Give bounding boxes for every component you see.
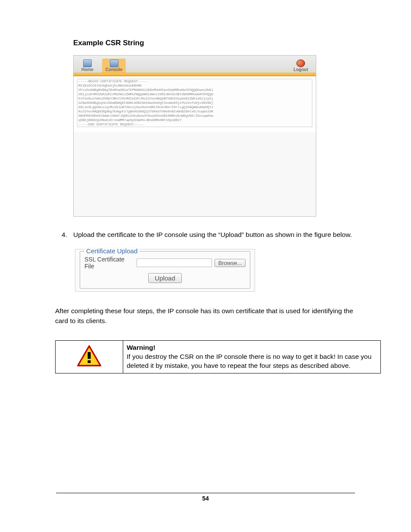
page: Example CSR String Home Console Logout <box>0 0 411 532</box>
svg-rect-2 <box>88 360 91 363</box>
warning-icon <box>77 345 101 367</box>
warning-text-cell: Warning! If you destroy the CSR on the I… <box>123 341 381 373</box>
tab-bar: Home Console Logout <box>74 56 316 73</box>
home-icon <box>83 59 92 67</box>
upload-screenshot: Certificate Upload SSL Certificate File … <box>75 249 255 292</box>
tab-logout-label: Logout <box>293 67 308 72</box>
warning-box: Warning! If you destroy the CSR on the I… <box>55 340 381 373</box>
tabs-left: Home Console <box>78 59 126 73</box>
fieldset-legend: Certificate Upload <box>84 247 139 255</box>
csr-screenshot: Home Console Logout <box>73 55 316 217</box>
step-4: 4. Upload the certificate to the IP cons… <box>73 230 368 240</box>
step-4-text: Upload the certificate to the IP console… <box>73 230 368 240</box>
logout-icon <box>296 59 305 67</box>
svg-rect-1 <box>88 352 91 359</box>
warning-icon-cell <box>56 341 123 373</box>
browse-button[interactable]: Browse... <box>215 259 246 267</box>
csr-body <box>74 76 316 132</box>
completion-paragraph: After completing these four steps, the I… <box>55 306 368 326</box>
ssl-file-input[interactable] <box>137 258 212 267</box>
csr-textarea[interactable] <box>77 79 312 127</box>
tab-logout[interactable]: Logout <box>290 59 311 73</box>
warning-body: If you destroy the CSR on the IP console… <box>127 353 371 369</box>
section-heading: Example CSR String <box>73 39 368 47</box>
accent-bar <box>74 73 316 76</box>
warning-title: Warning! <box>127 344 156 351</box>
content-column: Example CSR String Home Console Logout <box>73 39 368 373</box>
console-icon <box>110 59 118 67</box>
tab-console-label: Console <box>106 67 122 72</box>
tab-console[interactable]: Console <box>102 59 126 73</box>
file-row: SSL Certificate File Browse... <box>84 256 246 270</box>
certificate-upload-fieldset: Certificate Upload SSL Certificate File … <box>80 251 250 289</box>
step-4-number: 4. <box>53 230 73 240</box>
tab-home[interactable]: Home <box>78 59 97 73</box>
page-number: 54 <box>56 493 355 502</box>
upload-button[interactable]: Upload <box>148 273 182 283</box>
ssl-file-label: SSL Certificate File <box>84 256 134 270</box>
tab-home-label: Home <box>81 67 93 72</box>
upload-row: Upload <box>84 273 246 283</box>
